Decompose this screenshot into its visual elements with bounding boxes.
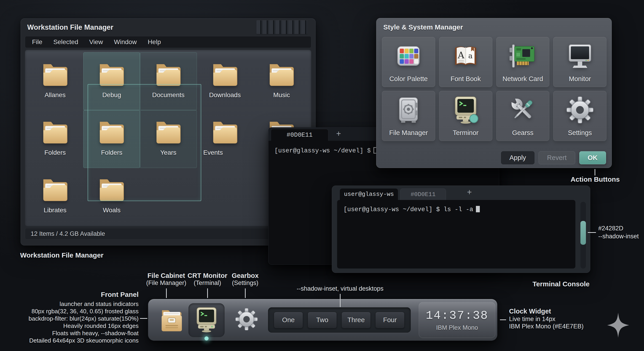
terminal-launcher-active[interactable]	[188, 303, 224, 337]
pager-annotation: --shadow-inset, virtual desktops	[272, 285, 409, 292]
settings-tile[interactable]: Network Card	[496, 37, 550, 87]
folder-icon	[40, 60, 70, 89]
dock-callout-line	[245, 288, 246, 298]
gear-icon	[234, 329, 259, 333]
folder-label: Music	[273, 91, 290, 99]
action-buttons-callout-line	[594, 169, 595, 175]
folder-icon	[96, 60, 127, 89]
menu-item[interactable]: File	[32, 38, 42, 46]
front-panel-annotation-line: launcher and status indicators	[12, 300, 138, 308]
folder-icon	[210, 118, 240, 146]
scrollbar-callout-line	[588, 232, 596, 233]
ok-button[interactable]: OK	[579, 151, 606, 164]
desktop-button[interactable]: Three	[342, 312, 371, 328]
folder-label: Allanes	[44, 91, 66, 99]
settings-tile[interactable]: Settings	[553, 91, 606, 141]
folder-item[interactable]: Music	[253, 52, 310, 110]
folder-label: Years	[160, 149, 176, 156]
file-cabinet-launcher[interactable]	[158, 306, 185, 335]
dock-annotation-sub: (Settings)	[216, 280, 274, 287]
settings-tile[interactable]: Gearss	[496, 91, 550, 141]
clock-font-label: IBM Plex Mono	[436, 324, 478, 331]
folder-item[interactable]: Librates	[27, 168, 84, 225]
fontbook-icon: A a	[451, 41, 480, 71]
folder-item[interactable]: Folders	[84, 110, 140, 168]
scrollbar-annotation: #24282D --shadow-inset	[598, 224, 639, 240]
tile-label: Font Book	[450, 75, 481, 83]
dock-callout-line	[166, 288, 167, 298]
settings-tile[interactable]: Monitor	[553, 37, 606, 87]
action-buttons-annotation: Action Buttons	[562, 175, 628, 183]
tools-icon	[508, 95, 538, 125]
terminal-tab[interactable]: user@glassy-ws	[340, 189, 398, 200]
menu-item[interactable]: Help	[148, 38, 161, 46]
settings-tile[interactable]: A a Font Book	[439, 37, 492, 87]
pager-callout-line	[340, 294, 340, 307]
folder-icon	[153, 118, 184, 146]
folder-label: Woals	[103, 207, 120, 214]
desktop-button[interactable]: Two	[308, 312, 337, 328]
file-manager-menubar: File Selected View Window Help	[25, 36, 311, 48]
crt-terminal-icon	[451, 95, 480, 125]
front-panel-annotation-line: Floats with heavy, --shadow-float	[12, 330, 138, 337]
desktop-button[interactable]: One	[274, 312, 303, 328]
settings-tile[interactable]: Color Palette	[382, 37, 435, 87]
style-system-manager-window: Style & System Manager Color Palette A a…	[376, 18, 612, 168]
menu-item[interactable]: Selected	[53, 38, 78, 46]
folder-icon	[96, 175, 127, 204]
tile-label: Network Card	[502, 75, 543, 83]
front-panel-annotation-line: 80px rgba(32, 36, 40, 0.65) frosted glas…	[12, 308, 138, 315]
folder-item[interactable]: Folders	[27, 110, 84, 168]
terminal-tabbar: user@glassy-ws #0D0E11	[332, 186, 590, 200]
front-panel-annotation-title: Front Panel	[12, 291, 138, 299]
settings-tile[interactable]: File Manager	[382, 91, 435, 141]
menu-item[interactable]: Window	[114, 38, 137, 46]
new-tab-button[interactable]: +	[336, 130, 341, 139]
terminal-prompt: [user@glassy-ws ~/devel] $ ls -l -a	[344, 206, 473, 213]
tile-label: Gearss	[512, 129, 533, 137]
terminal-console-window: user@glassy-ws #0D0E11 + [user@glassy-ws…	[332, 186, 590, 273]
gear-icon	[565, 95, 594, 125]
running-indicator-dot	[204, 336, 208, 341]
clock-time: 14:37:38	[426, 309, 488, 323]
terminal-tab[interactable]: #0D0E11	[271, 129, 328, 141]
revert-button[interactable]: Revert	[538, 151, 575, 164]
network-card-icon	[508, 41, 538, 71]
menu-item[interactable]: View	[89, 38, 103, 46]
folder-icon	[153, 60, 184, 89]
front-panel-callout-line	[140, 318, 147, 319]
folder-item[interactable]: Woals	[84, 168, 140, 225]
folder-item[interactable]: Years	[140, 110, 197, 168]
desktop-button[interactable]: Four	[375, 312, 404, 328]
folder-item[interactable]: Events	[197, 110, 254, 168]
folder-item[interactable]: Downloads	[197, 52, 254, 110]
new-tab-button[interactable]: +	[467, 188, 472, 197]
sparkle-decoration	[607, 313, 629, 339]
file-manager-caption: Workstation File Manager	[20, 251, 104, 259]
clock-annotation-line: Live time in 14px	[509, 315, 584, 323]
settings-tile[interactable]: Terminor	[439, 91, 492, 141]
style-manager-tile-grid: Color Palette A a Font Book Ne	[382, 37, 606, 141]
clock-callout-line	[500, 320, 506, 320]
file-manager-titlebar[interactable]: Workstation File Manager	[21, 19, 315, 36]
folder-item[interactable]: Documents	[140, 52, 197, 110]
terminal-tab[interactable]: #0D0E11	[400, 189, 446, 200]
virtual-desktop-pager: One Two Three Four	[268, 307, 411, 333]
apply-button[interactable]: Apply	[501, 151, 535, 164]
dock-annotation-title: Gearbox	[216, 272, 274, 280]
tile-label: Color Palette	[390, 75, 428, 83]
front-panel-dock: One Two Three Four 14:37:38 IBM Plex Mon…	[148, 299, 498, 341]
style-manager-title: Style & System Manager	[383, 23, 463, 31]
terminal-screen[interactable]: [user@glassy-ws ~/devel] $ ls -l -a	[337, 200, 576, 269]
svg-text:A: A	[458, 50, 465, 60]
folder-item[interactable]: Allanes	[27, 52, 84, 110]
scrollbar-shadow-note: --shadow-inset	[598, 232, 639, 240]
folder-grid: Allanes Debug Documents	[27, 52, 310, 225]
tile-label: Monitor	[569, 75, 591, 83]
settings-launcher[interactable]	[234, 307, 259, 333]
folder-item[interactable]: Debug	[84, 52, 140, 110]
folder-label: Folders	[44, 149, 66, 156]
scrollbar-thumb[interactable]	[580, 221, 586, 245]
clock-widget[interactable]: 14:37:38 IBM Plex Mono	[419, 302, 495, 338]
svg-text:a: a	[468, 51, 473, 60]
